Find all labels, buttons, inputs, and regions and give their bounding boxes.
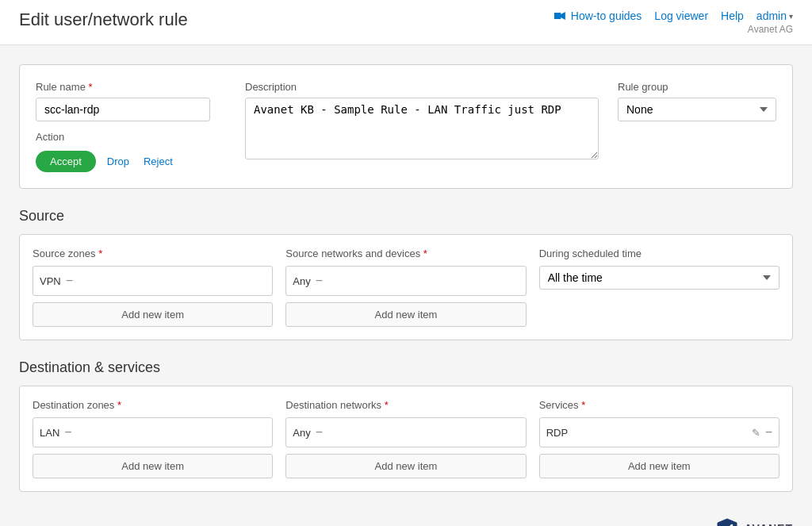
accept-button[interactable]: Accept [36, 151, 96, 172]
destination-zones-item: LAN − [40, 426, 72, 439]
services-label: Services * [539, 399, 779, 411]
scheduled-time-group: During scheduled time All the time [539, 248, 779, 290]
source-section: Source Source zones * VPN − Add new i [19, 208, 793, 340]
scheduled-time-select[interactable]: All the time [539, 266, 779, 290]
rule-group-label: Rule group [618, 81, 776, 93]
action-label: Action [36, 131, 226, 143]
destination-zones-box: LAN − [33, 417, 273, 447]
rule-name-group: Rule name * Action Accept Drop Reject [36, 81, 226, 172]
remove-any-dest-button[interactable]: − [316, 426, 323, 439]
services-group: Services * RDP ✎ − Add new item [539, 399, 779, 478]
services-required: * [581, 399, 585, 411]
how-to-guides-link[interactable]: How-to guides [554, 10, 642, 22]
org-name: Avanet AG [748, 24, 793, 35]
rule-name-label: Rule name * [36, 81, 226, 93]
rule-form-card: Rule name * Action Accept Drop Reject De… [19, 64, 793, 189]
destination-zones-add-button[interactable]: Add new item [33, 454, 273, 478]
description-input[interactable] [245, 98, 599, 159]
destination-networks-add-button[interactable]: Add new item [285, 454, 526, 478]
footer-logo-text: AVANET [745, 522, 793, 526]
destination-networks-item: Any − [293, 426, 323, 439]
remove-lan-button[interactable]: − [64, 426, 71, 439]
description-group: Description [245, 81, 599, 159]
destination-items-row: Destination zones * LAN − Add new item D [33, 399, 779, 478]
source-section-title: Source [19, 208, 793, 225]
services-box: RDP ✎ − [539, 417, 779, 447]
source-zones-box: VPN − [33, 266, 273, 296]
drop-button[interactable]: Drop [104, 151, 132, 172]
help-link[interactable]: Help [721, 10, 744, 22]
destination-zones-label: Destination zones * [33, 399, 273, 411]
source-networks-label: Source networks and devices * [285, 248, 526, 259]
destination-networks-box: Any − [285, 417, 526, 447]
source-zones-required: * [98, 248, 102, 259]
source-card: Source zones * VPN − Add new item Source [19, 234, 793, 340]
chevron-down-icon: ▾ [789, 12, 793, 21]
required-marker: * [89, 81, 93, 93]
avanet-shield-icon [716, 517, 738, 526]
rule-group-group: Rule group None [618, 81, 776, 121]
scheduled-time-label: During scheduled time [539, 248, 779, 259]
destination-zones-required: * [117, 399, 121, 411]
header: Edit user/network rule How-to guides Log… [0, 0, 812, 45]
rule-form-row: Rule name * Action Accept Drop Reject De… [36, 81, 776, 172]
page-title: Edit user/network rule [19, 10, 188, 30]
footer: AVANET [0, 511, 812, 526]
remove-vpn-button[interactable]: − [66, 275, 73, 287]
source-networks-item: Any − [293, 275, 323, 287]
source-networks-required: * [423, 248, 427, 259]
source-zones-group: Source zones * VPN − Add new item [33, 248, 273, 327]
reject-button[interactable]: Reject [140, 151, 176, 172]
source-networks-group: Source networks and devices * Any − Add … [285, 248, 526, 327]
services-item: RDP ✎ − [546, 426, 772, 439]
header-links: How-to guides Log viewer Help admin ▾ [554, 10, 793, 22]
edit-rdp-button[interactable]: ✎ [752, 428, 760, 438]
destination-networks-label: Destination networks * [285, 399, 526, 411]
rule-group-select[interactable]: None [618, 98, 776, 121]
source-zones-item: VPN − [40, 275, 73, 287]
description-label: Description [245, 81, 599, 93]
destination-networks-group: Destination networks * Any − Add new ite… [285, 399, 526, 478]
admin-menu[interactable]: admin ▾ [756, 10, 793, 22]
destination-zones-group: Destination zones * LAN − Add new item [33, 399, 273, 478]
log-viewer-link[interactable]: Log viewer [654, 10, 708, 22]
services-add-button[interactable]: Add new item [539, 454, 779, 478]
rule-name-input[interactable] [36, 98, 210, 121]
action-buttons: Accept Drop Reject [36, 151, 226, 172]
source-networks-box: Any − [285, 266, 526, 296]
destination-card: Destination zones * LAN − Add new item D [19, 386, 793, 492]
source-zones-label: Source zones * [33, 248, 273, 259]
video-icon [554, 12, 565, 20]
main-content: Rule name * Action Accept Drop Reject De… [0, 45, 812, 511]
source-zones-add-button[interactable]: Add new item [33, 302, 273, 327]
remove-rdp-button[interactable]: − [765, 426, 772, 439]
destination-networks-required: * [385, 399, 389, 411]
destination-section: Destination & services Destination zones… [19, 359, 793, 492]
source-items-row: Source zones * VPN − Add new item Source [33, 248, 779, 327]
source-networks-add-button[interactable]: Add new item [285, 302, 526, 327]
destination-section-title: Destination & services [19, 359, 793, 376]
remove-any-source-button[interactable]: − [316, 275, 323, 287]
header-right: How-to guides Log viewer Help admin ▾ Av… [554, 10, 793, 35]
